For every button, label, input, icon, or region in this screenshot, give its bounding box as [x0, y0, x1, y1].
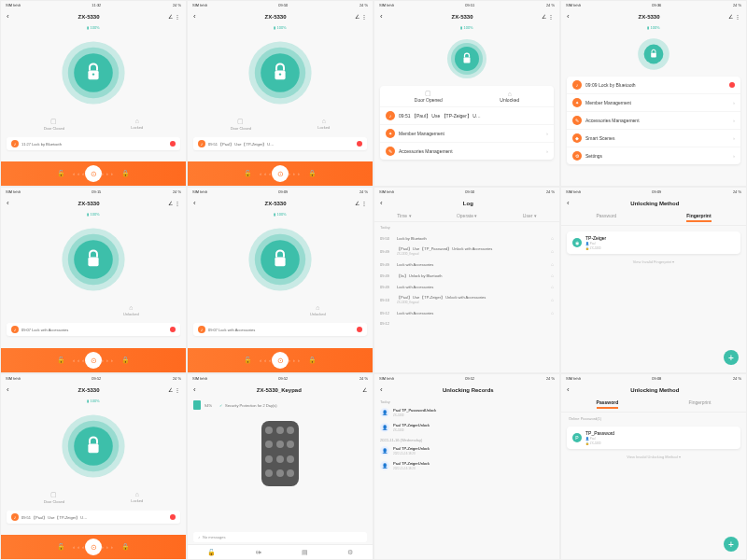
record-item[interactable]: 👤Paul TP_PasswordUnlockZX-5330	[374, 405, 559, 420]
unlock-slider[interactable]: 🔓‹ ‹ ‹⊙› › ›🔒	[1, 161, 186, 186]
tab-fingerprint[interactable]: Fingerprint	[688, 399, 711, 409]
nav-lock-icon[interactable]: 🔓	[207, 549, 216, 556]
fingerprint-item[interactable]: ◉TP-Zeiger👤 Paul🔒 ZX-5330	[567, 231, 740, 254]
svg-rect-24	[275, 258, 285, 267]
add-button[interactable]: +	[724, 537, 739, 552]
recent-event[interactable]: ♪09:51 【Paul】 Use 【TP-Zeiger】 U…	[380, 107, 554, 125]
lock-screen-2: SIM fehlt09:5024 % ‹ZX-5330∠ ⋮ ▮ 100% ▢D…	[187, 0, 374, 187]
messages-bar[interactable]: ♪No messages	[193, 532, 367, 542]
svg-rect-13	[464, 58, 471, 63]
add-button[interactable]: +	[724, 350, 739, 365]
unlock-method-pwd: SIM fehlt09:0824 % ‹Unlocking Method Pas…	[560, 373, 747, 560]
page-title: ZX-5330	[78, 14, 99, 20]
recent-event[interactable]: ♪09:09 Lock by Bluetooth	[567, 77, 740, 94]
svg-rect-28	[88, 444, 98, 454]
lock-screen-1: SIM fehlt11:3224 % ‹ZX-5330∠ ⋮ ▮ 100% ▢D…	[0, 0, 187, 187]
unlock-slider[interactable]: 🔓‹ ‹ ‹⊙› › ›🔒	[188, 161, 373, 186]
menu-accessories[interactable]: ✎Accessories Management›	[380, 143, 554, 160]
status-bar: SIM fehlt11:3224 %	[1, 1, 186, 9]
nav-doorbell-icon[interactable]: ▤	[302, 549, 308, 556]
password-item[interactable]: PTP_Password👤 Paul🔒 ZX-5330	[567, 427, 740, 449]
menu-member[interactable]: ✦Member Management›	[567, 94, 740, 112]
view-invalid-link[interactable]: View Invalid Fingerprint ▾	[561, 256, 746, 268]
log-screen: SIM fehlt09:5024 % ‹Log Time ▾Operate ▾U…	[374, 187, 560, 373]
bell-icon: ♪	[11, 140, 19, 147]
keypad-image	[261, 421, 299, 486]
lock-screen-6: SIM fehlt09:0924 % ‹ZX-5330∠ ⋮ ▮ 100% ⌂U…	[187, 187, 374, 373]
menu-accessories[interactable]: ✎Accessories Management›	[567, 112, 740, 130]
edit-icon[interactable]: ∠ ⋮	[355, 13, 367, 20]
svg-rect-20	[88, 258, 98, 267]
menu-panel: ▢Door Opened⌂Unlocked ♪09:51 【Paul】 Use …	[380, 86, 554, 160]
fingerprint-icon: ◉	[572, 238, 582, 247]
door-status: ▢Door Closed	[44, 118, 64, 131]
recent-event[interactable]: ♪11:27 Lock by Bluetooth	[7, 137, 180, 150]
battery-indicator: ▮ 100%	[1, 23, 186, 32]
password-icon: P	[572, 433, 582, 442]
nav-settings-icon[interactable]: ⚙	[347, 549, 353, 556]
filter-user[interactable]: User ▾	[523, 213, 537, 218]
recent-event[interactable]: ♪09:51 【Paul】 Use 【TP-Zeiger】 U…	[193, 137, 367, 150]
filter-operate[interactable]: Operate ▾	[457, 213, 477, 218]
records-screen: SIM fehlt09:5224 % ‹Unlocking Records To…	[374, 373, 560, 560]
menu-member[interactable]: ✦Member Management›	[380, 125, 554, 143]
back-icon[interactable]: ‹	[193, 12, 196, 21]
avatar-icon: 👤	[380, 408, 389, 417]
menu-settings[interactable]: ⚙Settings›	[567, 147, 740, 164]
svg-point-4	[92, 73, 94, 75]
chevron-right-icon: ›	[546, 131, 548, 136]
battery-icon	[193, 400, 201, 410]
lock-screen-4-menu: SIM fehlt09:3624 % ‹ZX-5330∠ ⋮ ▮ 100% ♪0…	[560, 0, 747, 187]
bottom-nav: 🔓🕪▤⚙	[188, 544, 373, 559]
person-icon: ✦	[386, 129, 395, 138]
slider-knob[interactable]: ⊙	[85, 165, 102, 182]
lock-screen-5: SIM fehlt09:1524 % ‹ZX-5330∠ ⋮ ▮ 100% ⌂U…	[0, 187, 187, 373]
lock-status: ⌂Locked	[131, 118, 143, 131]
page-title: Log	[463, 201, 473, 206]
lock-screen-3-menu: SIM fehlt09:5124 % ‹ZX-5330∠ ⋮ ▮ 100% ▢D…	[374, 0, 560, 187]
lock-icon: 🔒	[121, 170, 130, 177]
bell-icon: ♪	[386, 111, 395, 120]
svg-rect-16	[651, 53, 656, 58]
view-invalid-link[interactable]: View Invalid Unlocking Method ▾	[561, 451, 746, 463]
svg-point-9	[279, 73, 281, 75]
unread-dot	[170, 141, 176, 147]
tab-password[interactable]: Password	[596, 213, 616, 222]
nav-sound-icon[interactable]: 🕪	[255, 549, 261, 555]
tab-fingerprint[interactable]: Fingerprint	[686, 213, 711, 222]
lock-screen-7: SIM fehlt09:5224 % ‹ZX-5330∠ ⋮ ▮ 100% ▢D…	[0, 373, 187, 560]
unlock-method-fp: SIM fehlt09:0924 % ‹Unlocking Method Pas…	[560, 187, 747, 373]
tab-password[interactable]: Password	[597, 399, 619, 409]
log-list: 09:50Lock by Bluetooth⌂ 09:49【Paul】 Use …	[374, 232, 559, 329]
filter-time[interactable]: Time ▾	[397, 213, 411, 218]
menu-scenes[interactable]: ◆Smart Scenes›	[567, 130, 740, 147]
back-icon[interactable]: ‹	[380, 12, 383, 21]
lock-icon: ⌂	[551, 235, 554, 241]
keypad-screen: SIM fehlt09:5224 % ‹ZX-5330_Keypad∠ 94%✓…	[187, 373, 374, 560]
log-item[interactable]: 09:50Lock by Bluetooth⌂	[374, 232, 559, 244]
bell-icon: ♪	[198, 535, 200, 539]
back-icon[interactable]: ‹	[7, 12, 9, 21]
lock-open-icon: 🔓	[57, 170, 65, 177]
lock-visual	[56, 35, 131, 110]
edit-icon[interactable]: ∠ ⋮	[168, 13, 180, 20]
plug-icon: ✎	[386, 147, 395, 156]
